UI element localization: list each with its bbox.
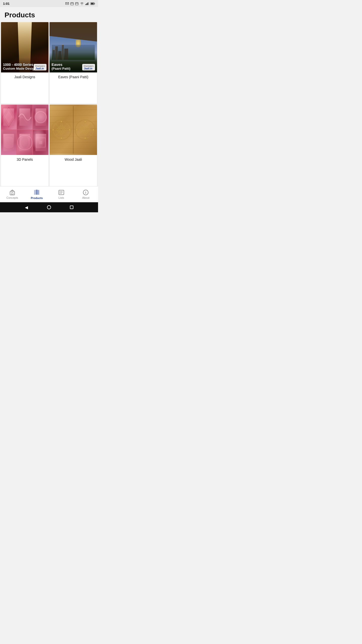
svg-rect-4 [75,3,78,5]
page-header: Products [0,7,98,22]
product-label-3dpanels: 3D Panels [1,155,49,164]
status-time: 1:01 [3,2,10,6]
product-image-jaali: 1000 - 4000 Series Custom Made Designs D… [1,22,49,72]
svg-point-34 [61,121,62,122]
product-image-woodjaali [50,105,97,155]
home-button[interactable] [47,205,52,210]
signal-icon [85,2,89,5]
svg-rect-47 [12,193,13,195]
svg-point-44 [84,137,86,139]
svg-point-46 [93,129,94,131]
battery-icon [90,2,95,5]
back-button[interactable]: ◀ [24,205,29,210]
panel-cell-3 [33,105,49,130]
svg-rect-9 [86,3,87,5]
svg-point-60 [85,191,86,192]
product-card-jaali[interactable]: 1000 - 4000 Series Custom Made Designs D… [1,22,49,104]
lists-icon [58,189,64,195]
gmail-icon [65,2,69,5]
products-book-icon [33,189,40,196]
wifi-icon [80,2,84,5]
nav-label-lists: Lists [58,196,64,199]
nav-label-concepts: Concepts [7,196,18,199]
recents-button[interactable] [69,205,74,210]
nav-item-lists[interactable]: Lists [49,186,74,202]
nav-item-products[interactable]: Products [25,186,49,202]
nav-item-about[interactable]: About [74,186,98,202]
status-bar: 1:01 [0,0,98,7]
page-title: Products [5,11,94,19]
svg-point-45 [76,129,78,131]
jaali-logo-1: Dhariwala's Jaali.in [34,64,47,70]
svg-rect-0 [71,3,73,5]
product-label-eaves: Eaves (Paani Patti) [50,72,97,82]
svg-point-37 [69,129,70,131]
svg-rect-8 [85,4,86,5]
products-grid: 1000 - 4000 Series Custom Made Designs D… [0,22,98,186]
svg-point-35 [61,137,62,139]
svg-rect-11 [88,2,89,5]
svg-point-17 [35,111,46,123]
panel-cell-4 [1,130,17,155]
panel-cell-1 [1,105,17,130]
back-icon: ◀ [25,205,28,210]
system-nav: ◀ [0,202,98,212]
product-label-woodjaali: Wood Jaali [50,155,97,164]
product-label-jaali: Jaali Designs [1,72,49,82]
nav-item-concepts[interactable]: Concepts [0,186,25,202]
svg-marker-15 [3,107,15,127]
home-icon [47,205,51,209]
svg-marker-16 [5,111,13,124]
nav-label-about: About [82,196,89,199]
woodjaali-svg [50,105,97,155]
status-icons [65,2,95,5]
svg-point-43 [84,121,86,122]
svg-point-19 [21,137,29,148]
bottom-nav: Concepts Products Lists [0,186,98,202]
panel-cell-2 [17,105,33,130]
svg-rect-49 [13,191,14,192]
svg-rect-48 [11,191,12,192]
about-icon [83,189,89,195]
svg-rect-13 [95,3,95,4]
svg-point-36 [52,129,54,131]
calendar-icon-1 [70,2,74,5]
calendar-icon-2 [75,2,78,5]
product-card-3dpanels[interactable]: 3D Panels [1,105,49,186]
panel-cell-5 [17,130,33,155]
nav-label-products: Products [31,196,43,199]
panel-cell-6 [33,130,49,155]
product-card-eaves[interactable]: Eaves (Paani Patti) Dhariwala's Jaali.in… [50,22,97,104]
svg-rect-10 [87,3,88,5]
svg-point-18 [38,114,44,120]
recents-icon [70,206,73,209]
product-image-eaves: Eaves (Paani Patti) Dhariwala's Jaali.in [50,22,97,72]
eaves-logo: Dhariwala's Jaali.in [82,64,95,70]
svg-rect-14 [91,3,94,4]
product-card-woodjaali[interactable]: Wood Jaali [50,105,97,186]
concepts-icon [9,189,15,195]
product-image-3dpanels [1,105,49,155]
